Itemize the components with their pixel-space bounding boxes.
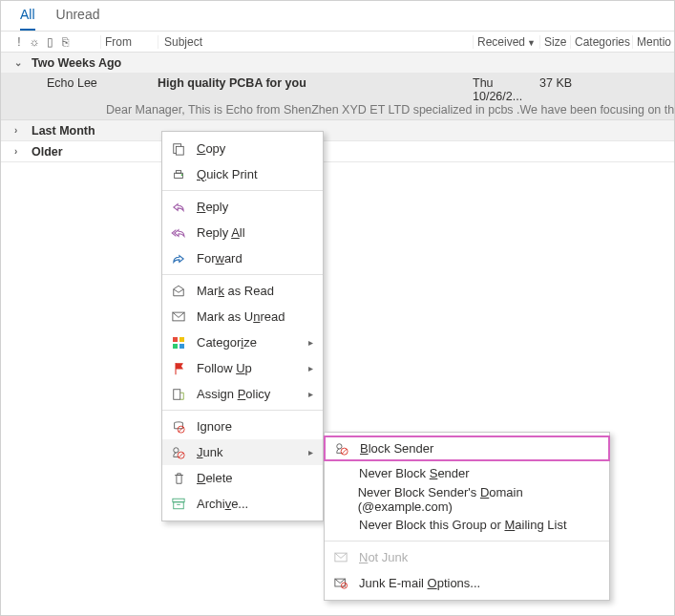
svg-line-15 <box>179 453 183 457</box>
col-attachment-icon[interactable]: ⎘ <box>58 35 72 49</box>
col-icon-icon[interactable]: ▯ <box>43 35 56 49</box>
chevron-right-icon: › <box>14 125 24 136</box>
group-older[interactable]: › Older <box>1 141 674 162</box>
svg-rect-3 <box>176 170 180 173</box>
menu-junk[interactable]: Junk ▸ <box>162 439 323 465</box>
svg-rect-6 <box>173 337 178 342</box>
context-menu: Copy Quick Print Reply Reply All Forward… <box>161 131 324 521</box>
filter-tabs: All Unread <box>1 1 674 32</box>
menu-label: Not Junk <box>359 550 408 564</box>
print-icon <box>170 168 187 181</box>
chevron-down-icon: ⌄ <box>14 57 24 68</box>
flag-icon <box>170 362 187 375</box>
menu-mark-unread[interactable]: Mark as Unread <box>162 304 323 329</box>
menu-label: Delete <box>197 471 233 485</box>
ignore-icon <box>170 420 187 434</box>
svg-line-12 <box>179 427 183 432</box>
tab-all[interactable]: All <box>20 7 35 31</box>
block-sender-icon <box>333 442 350 456</box>
chevron-right-icon: ▸ <box>308 337 313 348</box>
column-subject[interactable]: Subject <box>158 35 473 49</box>
menu-delete[interactable]: Delete <box>162 465 323 491</box>
column-received[interactable]: Received▼ <box>473 35 539 49</box>
menu-archive[interactable]: Archive... <box>162 491 323 517</box>
col-reminder-icon[interactable]: ☼ <box>28 35 41 49</box>
menu-label: Forward <box>197 251 243 266</box>
junk-submenu: Block Sender Never Block Sender Never Bl… <box>324 432 610 601</box>
message-subject: High quality PCBA for you <box>158 76 473 103</box>
menu-label: Never Block Sender <box>359 466 470 480</box>
mail-icon <box>170 311 187 322</box>
menu-forward[interactable]: Forward <box>162 245 323 271</box>
junk-options-icon <box>332 577 349 589</box>
group-two-weeks-ago[interactable]: ⌄ Two Weeks Ago <box>1 53 674 74</box>
svg-rect-7 <box>179 337 184 342</box>
categorize-icon <box>170 336 187 350</box>
menu-categorize[interactable]: Categorize ▸ <box>162 329 323 355</box>
menu-label: Reply All <box>197 225 245 240</box>
delete-icon <box>170 472 187 485</box>
svg-rect-2 <box>175 173 183 178</box>
message-row[interactable]: Echo Lee High quality PCBA for you Thu 1… <box>1 74 674 120</box>
message-size: 37 KB <box>539 76 674 103</box>
menu-quick-print[interactable]: Quick Print <box>162 161 323 187</box>
menu-label: Archive... <box>197 497 248 511</box>
mail-icon <box>332 552 349 563</box>
junk-icon <box>170 446 187 459</box>
menu-label: Categorize <box>197 335 257 350</box>
menu-follow-up[interactable]: Follow Up ▸ <box>162 355 323 381</box>
archive-icon <box>170 498 187 510</box>
col-importance-icon[interactable]: ! <box>12 35 26 49</box>
menu-label: Never Block this Group or Mailing List <box>359 518 567 532</box>
reply-icon <box>170 202 187 213</box>
chevron-right-icon: ▸ <box>308 389 313 399</box>
message-from: Echo Lee <box>47 76 158 103</box>
group-last-month[interactable]: › Last Month <box>1 120 674 141</box>
tab-unread[interactable]: Unread <box>56 7 100 31</box>
menu-assign-policy[interactable]: Assign Policy ▸ <box>162 381 323 407</box>
svg-rect-16 <box>173 499 184 502</box>
menu-label: Junk E-mail Options... <box>359 576 480 590</box>
column-categories[interactable]: Categories <box>570 35 632 49</box>
menu-label: Ignore <box>197 419 232 434</box>
group-label: Two Weeks Ago <box>32 56 121 70</box>
column-headers: ! ☼ ▯ ⎘ From Subject Received▼ Size Cate… <box>1 32 674 53</box>
menu-label: Copy <box>197 141 225 156</box>
menu-label: Junk <box>197 445 222 459</box>
submenu-junk-options[interactable]: Junk E-mail Options... <box>325 570 609 596</box>
group-label: Older <box>32 145 63 159</box>
menu-reply-all[interactable]: Reply All <box>162 220 323 245</box>
svg-line-21 <box>342 449 347 454</box>
column-from[interactable]: From <box>100 35 158 49</box>
submenu-not-junk: Not Junk <box>325 544 609 570</box>
svg-rect-9 <box>179 344 184 349</box>
menu-ignore[interactable]: Ignore <box>162 414 323 439</box>
svg-rect-8 <box>173 344 178 349</box>
svg-point-19 <box>337 443 342 448</box>
message-received: Thu 10/26/2... <box>473 76 539 103</box>
submenu-block-sender[interactable]: Block Sender <box>324 435 610 461</box>
submenu-never-block-group[interactable]: Never Block this Group or Mailing List <box>325 512 609 538</box>
chevron-right-icon: ▸ <box>308 363 313 373</box>
submenu-never-block-domain[interactable]: Never Block Sender's Domain (@example.co… <box>325 486 609 512</box>
menu-copy[interactable]: Copy <box>162 136 323 161</box>
menu-label: Follow Up <box>197 361 252 375</box>
column-mention[interactable]: Mentio <box>632 35 674 49</box>
svg-point-13 <box>174 447 179 452</box>
svg-line-25 <box>342 584 346 587</box>
chevron-right-icon: ▸ <box>308 447 313 457</box>
menu-reply[interactable]: Reply <box>162 194 323 220</box>
menu-mark-read[interactable]: Mark as Read <box>162 278 323 304</box>
forward-icon <box>170 253 187 265</box>
svg-rect-10 <box>174 389 180 399</box>
policy-icon <box>170 388 187 401</box>
message-preview: Dear Manager, This is Echo from ShenZhen… <box>1 103 674 117</box>
column-size[interactable]: Size <box>539 35 570 49</box>
menu-label: Quick Print <box>197 167 258 181</box>
group-label: Last Month <box>32 124 95 138</box>
chevron-right-icon: › <box>14 146 24 157</box>
menu-label: Mark as Unread <box>197 309 285 324</box>
svg-point-4 <box>181 174 183 176</box>
svg-rect-1 <box>176 146 183 155</box>
submenu-never-block-sender[interactable]: Never Block Sender <box>325 460 609 486</box>
